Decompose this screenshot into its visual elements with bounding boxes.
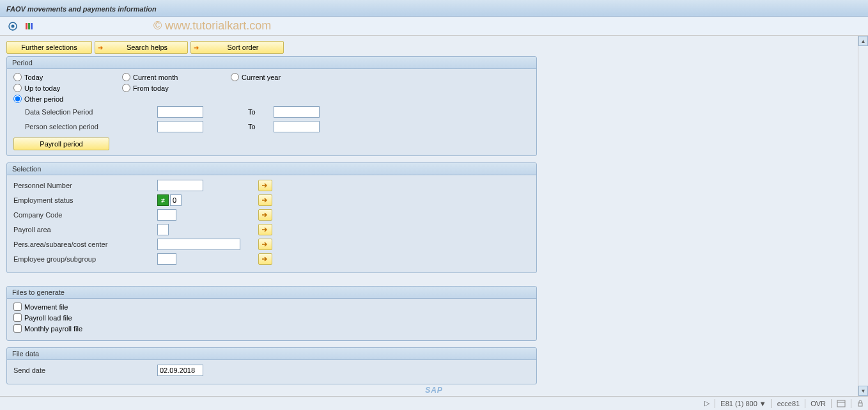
arrow-right-icon: ➜ [194, 44, 199, 51]
window-title: FAOV movements and payments information [6, 5, 157, 13]
variant-icon[interactable] [23, 20, 36, 33]
scroll-up-icon[interactable]: ▲ [858, 36, 868, 46]
status-system-text: E81 (1) 800 [720, 400, 757, 407]
files-group-title: Files to generate [7, 287, 536, 299]
status-lock-icon[interactable] [856, 400, 864, 407]
personnel-number-label: Personnel Number [13, 182, 157, 189]
radio-from-today-label: From today [133, 84, 169, 92]
radio-current-month-label: Current month [133, 74, 178, 81]
selection-group-title: Selection [7, 163, 536, 175]
person-selection-period-label: Person selection period [13, 123, 157, 130]
status-layout-icon[interactable] [837, 400, 846, 407]
scroll-track[interactable] [858, 46, 868, 386]
movement-file-checkbox[interactable] [13, 303, 22, 311]
svg-rect-7 [837, 400, 845, 407]
file-data-group-body: Send date [7, 360, 536, 384]
app-toolbar [0, 17, 868, 36]
payroll-load-file-checkbox-row[interactable]: Payroll load file [13, 313, 530, 322]
svg-rect-6 [31, 23, 33, 29]
main-content: Further selections ➜ Search helps ➜ Sort… [0, 36, 868, 396]
personnel-number-multiselect-icon[interactable] [258, 180, 272, 191]
search-helps-button[interactable]: ➜ Search helps [95, 41, 188, 54]
further-selections-label: Further selections [21, 43, 77, 51]
radio-current-month-input[interactable] [122, 73, 130, 81]
vertical-scrollbar[interactable]: ▲ ▼ [858, 36, 868, 396]
employee-group-multiselect-icon[interactable] [258, 253, 272, 265]
employment-status-multiselect-icon[interactable] [258, 194, 272, 206]
radio-other-period-input[interactable] [13, 95, 22, 103]
radio-today-input[interactable] [13, 73, 22, 81]
radio-from-today[interactable]: From today [122, 84, 231, 92]
monthly-payroll-file-label: Monthly payroll file [24, 325, 82, 333]
payroll-load-file-label: Payroll load file [24, 314, 72, 322]
data-selection-to-input[interactable] [274, 106, 320, 118]
radio-up-to-today-label: Up to today [24, 84, 60, 92]
radio-today[interactable]: Today [13, 73, 122, 81]
pers-area-input[interactable] [157, 239, 240, 250]
payroll-area-label: Payroll area [13, 226, 157, 233]
payroll-area-multiselect-icon[interactable] [258, 224, 272, 235]
radio-current-year[interactable]: Current year [231, 73, 339, 81]
monthly-payroll-file-checkbox-row[interactable]: Monthly payroll file [13, 324, 530, 333]
radio-today-label: Today [24, 74, 43, 81]
send-date-input[interactable] [157, 365, 203, 376]
payroll-period-button[interactable]: Payroll period [13, 138, 109, 150]
data-selection-period-label: Data Selection Period [13, 108, 157, 116]
not-equal-icon[interactable]: ≠ [157, 194, 169, 206]
data-selection-from-input[interactable] [157, 106, 203, 118]
further-selections-button[interactable]: Further selections [6, 41, 92, 54]
radio-from-today-input[interactable] [122, 84, 130, 92]
sap-logo: SAP [425, 386, 443, 395]
employment-status-label: Employment status [13, 196, 157, 204]
payroll-area-input[interactable] [157, 224, 169, 235]
window-title-bar: FAOV movements and payments information [0, 0, 868, 17]
radio-current-month[interactable]: Current month [122, 73, 231, 81]
sort-order-button[interactable]: ➜ Sort order [190, 41, 284, 54]
radio-current-year-label: Current year [242, 74, 281, 81]
period-group-title: Period [7, 57, 536, 69]
sort-order-label: Sort order [228, 43, 259, 51]
company-code-input[interactable] [157, 209, 176, 221]
svg-point-1 [12, 24, 15, 28]
send-date-label: Send date [13, 367, 157, 374]
radio-up-to-today-input[interactable] [13, 84, 22, 92]
company-code-label: Company Code [13, 211, 157, 219]
scroll-down-icon[interactable]: ▼ [858, 386, 868, 396]
payroll-load-file-checkbox[interactable] [13, 313, 22, 322]
status-bar: ▷ E81 (1) 800 ▼ ecce81 OVR [0, 396, 868, 410]
selection-button-row: Further selections ➜ Search helps ➜ Sort… [6, 41, 862, 54]
pers-area-label: Pers.area/subarea/cost center [13, 240, 157, 248]
files-group-body: Movement file Payroll load file Monthly … [7, 299, 536, 340]
svg-rect-4 [26, 23, 27, 29]
monthly-payroll-file-checkbox[interactable] [13, 324, 22, 333]
period-group-body: Today Current month Current year Up to t… [7, 69, 536, 155]
employment-status-input[interactable] [170, 194, 182, 206]
svg-rect-9 [858, 403, 862, 406]
radio-other-period[interactable]: Other period [13, 95, 122, 103]
movement-file-checkbox-row[interactable]: Movement file [13, 303, 530, 311]
execute-icon[interactable] [6, 20, 19, 33]
movement-file-label: Movement file [24, 303, 68, 311]
status-system[interactable]: E81 (1) 800 ▼ [720, 400, 766, 407]
file-data-group-title: File data [7, 348, 536, 360]
person-selection-to-input[interactable] [274, 121, 320, 132]
status-server: ecce81 [777, 400, 800, 407]
radio-current-year-input[interactable] [231, 73, 239, 81]
selection-group: Selection Personnel Number Employment st… [6, 162, 537, 273]
person-selection-from-input[interactable] [157, 121, 203, 132]
radio-up-to-today[interactable]: Up to today [13, 84, 122, 92]
period-group: Period Today Current month Current year [6, 56, 537, 156]
file-data-group: File data Send date [6, 347, 537, 384]
radio-other-period-label: Other period [24, 95, 63, 103]
personnel-number-input[interactable] [157, 180, 203, 191]
employee-group-input[interactable] [157, 253, 176, 265]
files-group: Files to generate Movement file Payroll … [6, 286, 537, 341]
dropdown-icon: ▼ [759, 400, 766, 407]
pers-area-multiselect-icon[interactable] [258, 239, 272, 250]
status-nav-icon[interactable]: ▷ [704, 399, 709, 407]
arrow-right-icon: ➜ [98, 44, 103, 51]
employee-group-label: Employee group/subgroup [13, 255, 157, 263]
to-label-1: To [248, 108, 274, 116]
company-code-multiselect-icon[interactable] [258, 209, 272, 221]
svg-rect-5 [28, 23, 30, 29]
